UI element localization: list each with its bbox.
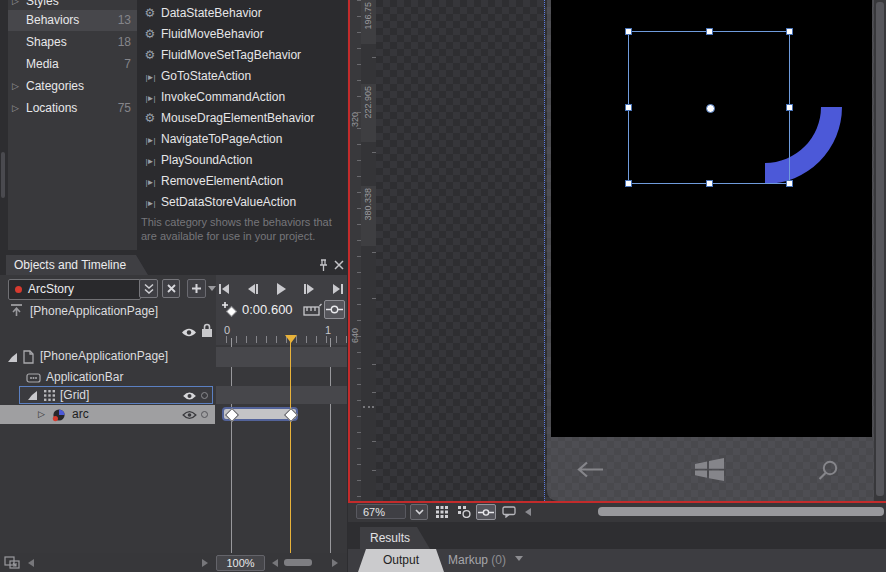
- asset-item[interactable]: SetDataStoreValueAction: [137, 192, 347, 213]
- objects-panel-body: ArcStory: [0, 275, 347, 553]
- storyboard-expand-button[interactable]: [139, 279, 158, 298]
- scroll-right-arrow[interactable]: [332, 559, 338, 567]
- category-behaviors[interactable]: Behaviors 13: [8, 10, 137, 31]
- eye-icon[interactable]: [182, 410, 197, 420]
- scroll-right-arrow[interactable]: [202, 559, 208, 567]
- asset-item[interactable]: GoToStateAction: [137, 66, 347, 87]
- asset-item[interactable]: InvokeCommandAction: [137, 87, 347, 108]
- panel-title[interactable]: Objects and Timeline: [6, 255, 148, 275]
- timeline-measure-icon[interactable]: [303, 303, 322, 316]
- behavior-gear-icon: [142, 108, 158, 129]
- expander-open-icon[interactable]: [8, 353, 17, 362]
- zoom-dropdown-button[interactable]: [410, 504, 428, 520]
- isolation-dot[interactable]: [201, 392, 208, 399]
- action-icon: [142, 150, 158, 172]
- record-keyframe-icon[interactable]: [221, 301, 237, 317]
- tree-row-arc[interactable]: ▷ arc: [0, 405, 215, 424]
- search-icon: [816, 459, 839, 482]
- results-tabstrip: Output Markup (0): [348, 549, 886, 572]
- vertical-scrollbar-thumb[interactable]: [876, 2, 884, 496]
- asset-item[interactable]: PlaySoundAction: [137, 150, 347, 171]
- behavior-gear-icon: [142, 3, 158, 24]
- show-grid-button[interactable]: [433, 504, 451, 520]
- close-storyboard-button[interactable]: [162, 279, 180, 298]
- record-mode-border: [348, 501, 886, 503]
- asset-item[interactable]: FluidMoveSetTagBehavior: [137, 45, 347, 66]
- selection-handle[interactable]: [625, 180, 632, 187]
- scroll-left-arrow[interactable]: [525, 508, 531, 516]
- category-media[interactable]: Media 7: [8, 54, 137, 75]
- scope-up-icon[interactable]: [10, 304, 25, 317]
- selection-handle[interactable]: [786, 28, 793, 35]
- category-categories[interactable]: ▷ Categories: [8, 76, 137, 97]
- selection-handle[interactable]: [706, 180, 713, 187]
- snap-to-snaplines-button[interactable]: [476, 504, 496, 520]
- behavior-gear-icon: [142, 45, 158, 66]
- breadcrumb[interactable]: [PhoneApplicationPage]: [30, 304, 158, 318]
- next-frame-button[interactable]: [304, 284, 314, 294]
- asset-item[interactable]: RemoveElementAction: [137, 171, 347, 192]
- close-icon: [167, 284, 176, 293]
- play-button[interactable]: [277, 283, 286, 295]
- artboard-zoom-level[interactable]: 67%: [356, 504, 406, 519]
- playhead-line[interactable]: [290, 338, 291, 553]
- eye-icon[interactable]: [181, 327, 197, 338]
- asset-item[interactable]: FluidMoveBehavior: [137, 24, 347, 45]
- scroll-left-arrow[interactable]: [28, 559, 34, 567]
- lock-icon[interactable]: [201, 323, 213, 338]
- expander-open-icon[interactable]: [28, 391, 37, 400]
- timeline-options-icon[interactable]: [4, 556, 20, 569]
- snapping-toggle-button[interactable]: [324, 300, 345, 319]
- plus-icon: [191, 283, 202, 294]
- windows-logo-icon: [693, 455, 726, 484]
- selection-handle[interactable]: [786, 180, 793, 187]
- results-panel: Results Output Markup (0): [348, 522, 886, 572]
- category-description: This category shows the behaviors that a…: [141, 215, 341, 243]
- tree-row-applicationbar[interactable]: ApplicationBar: [0, 368, 215, 387]
- grid-icon: [44, 390, 55, 401]
- timeline-gridline: [231, 338, 232, 553]
- annotations-button[interactable]: [500, 504, 518, 520]
- isolation-dot[interactable]: [201, 411, 208, 418]
- asset-item[interactable]: MouseDragElementBehavior: [137, 108, 347, 129]
- timeline-scrollbar-thumb[interactable]: [284, 559, 312, 566]
- storyboard-menu-caret[interactable]: [208, 286, 216, 295]
- last-frame-button[interactable]: [333, 284, 343, 294]
- new-storyboard-button[interactable]: [187, 279, 206, 298]
- results-tab[interactable]: Results: [360, 527, 430, 549]
- timeline-bottom-bar: 100%: [0, 553, 347, 572]
- scroll-left-arrow[interactable]: [272, 559, 278, 567]
- action-icon: [142, 129, 158, 151]
- double-chevron-down-icon: [144, 283, 154, 295]
- category-count: 75: [118, 98, 131, 119]
- splitter-grip[interactable]: [1, 152, 5, 198]
- selection-handle[interactable]: [625, 28, 632, 35]
- selection-handle[interactable]: [625, 104, 632, 111]
- timeline-zoom-level[interactable]: 100%: [216, 555, 265, 571]
- back-arrow-icon: [575, 461, 605, 478]
- snap-to-grid-button[interactable]: [455, 504, 473, 520]
- tree-row-page[interactable]: [PhoneApplicationPage]: [0, 347, 215, 366]
- close-icon[interactable]: [334, 260, 344, 270]
- artboard-vertical-scrollbar[interactable]: [874, 0, 886, 501]
- asset-item[interactable]: DataStateBehavior: [137, 3, 347, 24]
- pin-icon[interactable]: [318, 259, 329, 272]
- tab-output[interactable]: Output: [358, 549, 444, 572]
- storyboard-picker[interactable]: ArcStory: [8, 279, 141, 300]
- category-locations[interactable]: ▷ Locations 75: [8, 98, 137, 119]
- grid-row-size: 222.905: [363, 86, 373, 119]
- asset-item[interactable]: NavigateToPageAction: [137, 129, 347, 150]
- selection-handle[interactable]: [786, 104, 793, 111]
- previous-frame-button[interactable]: [248, 284, 258, 294]
- first-frame-button[interactable]: [219, 284, 229, 294]
- playhead-time[interactable]: 0:00.600: [242, 302, 293, 317]
- expander-closed-icon[interactable]: ▷: [38, 405, 45, 424]
- ruler-dots: [363, 406, 374, 408]
- artboard-scrollbar-thumb[interactable]: [598, 507, 884, 516]
- tab-markup[interactable]: Markup (0): [448, 549, 523, 572]
- tree-row-grid[interactable]: [Grid]: [0, 386, 215, 404]
- eye-icon[interactable]: [182, 391, 197, 401]
- selection-handle[interactable]: [706, 28, 713, 35]
- category-shapes[interactable]: Shapes 18: [8, 32, 137, 53]
- selection-center-point[interactable]: [706, 104, 715, 113]
